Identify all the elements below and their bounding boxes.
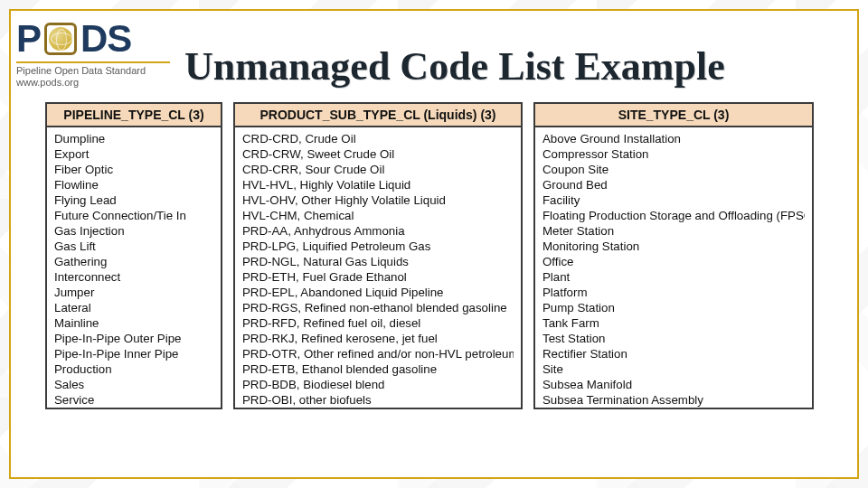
list-item: Flying Lead (54, 192, 213, 208)
list-item: Rectifier Station (542, 346, 805, 361)
list-item: PRD-ETH, Fuel Grade Ethanol (242, 269, 514, 285)
list-item: Dumpline (54, 131, 213, 146)
list-item: Meter Station (542, 223, 805, 239)
list-item: Production (54, 361, 213, 377)
list-item: PRD-RFD, Refined fuel oil, diesel (242, 315, 514, 331)
list-item: HVL-CHM, Chemical (242, 208, 514, 223)
list-item: HVL-OHV, Other Highly Volatile Liquid (242, 192, 514, 208)
list-item: Tank Farm (542, 315, 805, 331)
logo-underline (16, 61, 170, 63)
list-item: PRD-OBI, other biofuels (242, 392, 514, 408)
list-item: Office (542, 254, 805, 269)
table-site-type: SITE_TYPE_CL (3) Above Ground Installati… (533, 102, 814, 409)
slide-content: P DS Pipeline Open Data Standard www.pod… (11, 11, 857, 477)
list-item: Lateral (54, 300, 213, 315)
list-item: PRD-EPL, Abandoned Liquid Pipeline (242, 285, 514, 300)
list-item: CRD-CRR, Sour Crude Oil (242, 162, 514, 177)
list-item: CRD-CRW, Sweet Crude Oil (242, 146, 514, 162)
list-item: Jumper (54, 285, 213, 300)
list-item: Gas Injection (54, 223, 213, 239)
list-item: Subsea Termination Assembly (542, 392, 805, 408)
list-item: Fiber Optic (54, 162, 213, 177)
pods-logo: P DS Pipeline Open Data Standard www.pod… (16, 18, 170, 89)
slide-title: Unmanaged Code List Example (184, 18, 725, 89)
list-item: Gathering (54, 254, 213, 269)
list-item: Export (54, 146, 213, 162)
list-item: Future Connection/Tie In (54, 208, 213, 223)
list-item: Platform (542, 285, 805, 300)
list-item: HVL-HVL, Highly Volatile Liquid (242, 177, 514, 192)
table-pipeline-type: PIPELINE_TYPE_CL (3) Dumpline Export Fib… (45, 102, 222, 409)
list-item: PRD-LPG, Liquified Petroleum Gas (242, 239, 514, 254)
list-item: Subsea Manifold (542, 377, 805, 392)
list-item: Above Ground Installation (542, 131, 805, 146)
globe-icon (44, 23, 77, 55)
logo-tagline: Pipeline Open Data Standard (16, 65, 146, 77)
list-item: PRD-BDB, Biodiesel blend (242, 377, 514, 392)
list-item: Monitoring Station (542, 239, 805, 254)
list-item: PRD-CO2, Carbon Dioxide (242, 408, 514, 409)
list-item: Coupon Site (542, 162, 805, 177)
list-item: Pipe-In-Pipe Outer Pipe (54, 331, 213, 346)
list-item: PRD-AA, Anhydrous Ammonia (242, 223, 514, 239)
list-item: Mainline (54, 315, 213, 331)
logo-mark: P DS (16, 20, 131, 58)
table-product-sub-type: PRODUCT_SUB_TYPE_CL (Liquids) (3) CRD-CR… (233, 102, 523, 409)
list-item: Test Station (542, 331, 805, 346)
table-body: Dumpline Export Fiber Optic Flowline Fly… (47, 127, 221, 409)
list-item: Facility (542, 192, 805, 208)
list-item: Pipe-In-Pipe Inner Pipe (54, 346, 213, 361)
list-item: PRD-OTR, Other refined and/or non-HVL pe… (242, 346, 514, 361)
code-list-tables: PIPELINE_TYPE_CL (3) Dumpline Export Fib… (11, 89, 857, 409)
list-item: CRD-CRD, Crude Oil (242, 131, 514, 146)
list-item: Pump Station (542, 300, 805, 315)
list-item: PRD-NGL, Natural Gas Liquids (242, 254, 514, 269)
list-item: Flowline (54, 177, 213, 192)
header: P DS Pipeline Open Data Standard www.pod… (11, 11, 857, 89)
list-item: Ground Bed (542, 177, 805, 192)
list-item: Gas Lift (54, 239, 213, 254)
table-header: PIPELINE_TYPE_CL (3) (47, 104, 221, 127)
list-item: Site Piping (54, 408, 213, 409)
list-item: Subsea Tie-in (542, 408, 805, 409)
list-item: PRD-ETB, Ethanol blended gasoline (242, 361, 514, 377)
table-body: CRD-CRD, Crude Oil CRD-CRW, Sweet Crude … (235, 127, 521, 409)
table-header: PRODUCT_SUB_TYPE_CL (Liquids) (3) (235, 104, 521, 127)
list-item: Service (54, 392, 213, 408)
table-header: SITE_TYPE_CL (3) (535, 104, 812, 127)
logo-letter-p: P (16, 20, 41, 58)
list-item: Floating Production Storage and Offloadi… (542, 208, 805, 223)
logo-url: www.pods.org (16, 77, 79, 89)
list-item: Sales (54, 377, 213, 392)
logo-letters-ds: DS (80, 20, 131, 58)
list-item: PRD-RGS, Refined non-ethanol blended gas… (242, 300, 514, 315)
list-item: Compressor Station (542, 146, 805, 162)
list-item: Plant (542, 269, 805, 285)
table-body: Above Ground Installation Compressor Sta… (535, 127, 812, 409)
list-item: PRD-RKJ, Refined kerosene, jet fuel (242, 331, 514, 346)
list-item: Site (542, 361, 805, 377)
list-item: Interconnect (54, 269, 213, 285)
